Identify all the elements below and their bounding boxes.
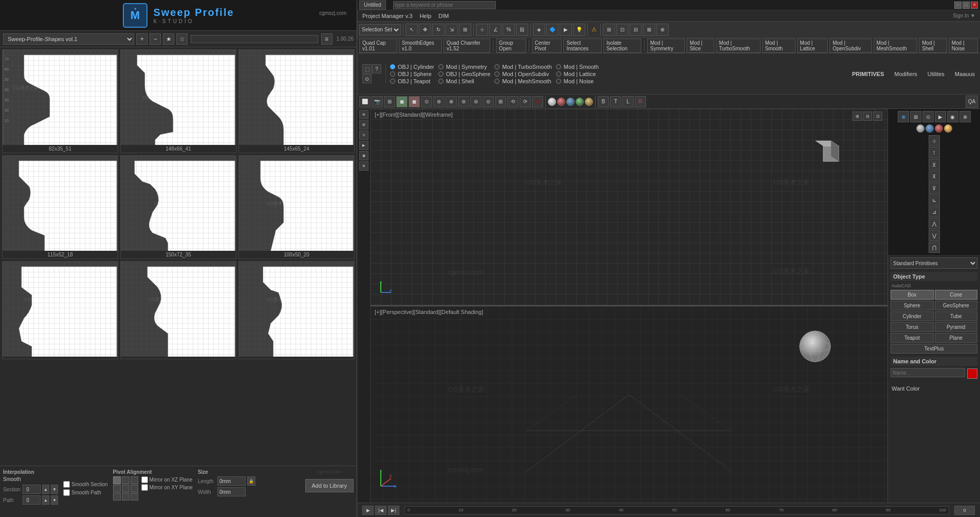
- pivot-cell-1[interactable]: [113, 476, 121, 484]
- section-up[interactable]: ▲: [42, 485, 49, 494]
- star2-btn[interactable]: ☆: [176, 33, 188, 45]
- pivot-cell-5[interactable]: [122, 485, 130, 492]
- icon-obj2[interactable]: ?: [372, 64, 381, 73]
- mod-geosphere[interactable]: OBJ | GeoSphere: [438, 71, 491, 77]
- restore-btn[interactable]: □: [963, 2, 970, 9]
- nav-btn-5[interactable]: ⊽: [929, 182, 940, 194]
- t-front[interactable]: ⬜: [359, 96, 371, 107]
- remove-btn-toolbar[interactable]: −: [150, 33, 161, 45]
- menu-help[interactable]: Help: [417, 12, 435, 20]
- t-t[interactable]: T: [610, 96, 621, 107]
- t-color2[interactable]: ◼: [409, 96, 420, 107]
- mod-slice[interactable]: Mod | TurboSmooth: [494, 64, 551, 70]
- pivot-cell-8[interactable]: [122, 493, 130, 501]
- t-redo[interactable]: ⟳: [520, 96, 531, 107]
- list-item[interactable]: CG美术之家 150x72_35: [120, 155, 236, 259]
- t-misc4[interactable]: ⊚: [458, 96, 469, 107]
- cmd-display[interactable]: ◉: [359, 151, 368, 160]
- t-r[interactable]: R: [635, 96, 646, 107]
- timeline-track[interactable]: 0 10 20 30 40 50 60 70 80 90 100: [404, 506, 949, 514]
- toolbar-misc4[interactable]: ⊠: [643, 24, 655, 36]
- mirror-xz-check[interactable]: [141, 476, 148, 483]
- mod3-lattice[interactable]: Mod | Lattice: [556, 71, 599, 77]
- t-misc3[interactable]: ⊗: [446, 96, 457, 107]
- toolbar-angle[interactable]: ∠: [489, 24, 502, 36]
- plugin-quad-chamfer[interactable]: Quad Chamfer v1.52: [443, 39, 490, 53]
- toolbar-render2[interactable]: ▶: [560, 24, 572, 36]
- plugin-isolate[interactable]: Isolate Selection: [603, 39, 642, 53]
- nav-btn-7[interactable]: ⊿: [929, 206, 940, 217]
- cmd-modify[interactable]: ⊞: [359, 120, 368, 130]
- path-down[interactable]: ▼: [51, 495, 58, 505]
- obj-teapot[interactable]: Teapot: [891, 333, 934, 343]
- pivot-cell-6[interactable]: [131, 485, 138, 492]
- toolbar-percent[interactable]: %: [503, 24, 515, 36]
- cmd-hierarchy[interactable]: ⊙: [359, 131, 368, 140]
- list-item[interactable]: CG美术之家: [238, 261, 355, 359]
- prim-teapot[interactable]: OBJ | Teapot: [390, 78, 434, 84]
- nav-btn-3[interactable]: ⊻: [929, 159, 940, 170]
- mod3-smooth[interactable]: Mod | Smooth: [556, 64, 599, 70]
- name-color-header[interactable]: Name and Color: [891, 357, 977, 366]
- plugin-shell[interactable]: Mod | Shell: [919, 39, 947, 53]
- list-item[interactable]: CG美术之家 148x66_41: [120, 49, 236, 153]
- section-input[interactable]: [23, 485, 41, 494]
- plugin-symmetry[interactable]: Mod | Symmetry: [647, 39, 685, 53]
- motion-tab[interactable]: ▶: [935, 111, 946, 122]
- list-item[interactable]: CG美术之家: [2, 261, 118, 359]
- toolbar-select[interactable]: ↖: [405, 24, 418, 36]
- sign-in[interactable]: Sign In ▼: [950, 13, 978, 19]
- prev-frame-btn[interactable]: |◀: [375, 506, 386, 515]
- plugin-smooth[interactable]: Mod | Smooth: [762, 39, 796, 53]
- list-item[interactable]: 70 60 50 40 30 20 10 CG美术之家 82x35_51: [2, 49, 118, 153]
- nav-btn-9[interactable]: ⋁: [929, 230, 940, 241]
- toolbar-misc5[interactable]: ⊕: [656, 24, 669, 36]
- icon-obj3[interactable]: ⊙: [362, 74, 372, 83]
- nav-btn-8[interactable]: ⋀: [929, 218, 940, 229]
- obj-tube[interactable]: Tube: [935, 311, 978, 321]
- util-tab[interactable]: ⊗: [959, 111, 971, 122]
- t-grid[interactable]: ⊞: [384, 96, 395, 107]
- color-swatch[interactable]: [967, 368, 977, 379]
- star-btn[interactable]: ★: [163, 33, 174, 45]
- toolbar-misc2[interactable]: ⊡: [616, 24, 628, 36]
- mirror-xy-check[interactable]: [141, 484, 148, 491]
- obj-sphere[interactable]: Sphere: [891, 301, 934, 310]
- path-up[interactable]: ▲: [42, 495, 49, 505]
- time-input[interactable]: 0: [954, 506, 975, 515]
- toolbar-scale[interactable]: ⇲: [446, 24, 458, 36]
- t-delete[interactable]: ✕: [532, 96, 543, 107]
- nav-btn-6[interactable]: ⊾: [929, 194, 940, 206]
- toolbar-move[interactable]: ✥: [419, 24, 431, 36]
- close-btn[interactable]: ✕: [971, 2, 978, 9]
- hier-tab[interactable]: ⊙: [922, 111, 934, 122]
- t-misc2[interactable]: ⊛: [433, 96, 445, 107]
- icon-obj[interactable]: ⬚: [362, 64, 372, 73]
- toolbar-material[interactable]: ◈: [533, 24, 545, 36]
- toolbar-render[interactable]: 🔷: [546, 24, 559, 36]
- mod3-noise2[interactable]: Mod | Noise: [556, 78, 599, 84]
- pivot-cell-2[interactable]: [122, 476, 130, 484]
- play-btn[interactable]: ▶: [362, 506, 374, 515]
- pivot-cell-3[interactable]: [131, 476, 138, 484]
- viewport-front[interactable]: [+][Front][Standard][Wireframe] ⊞ ⊟ ⊡ X …: [371, 109, 887, 306]
- obj-torus[interactable]: Torus: [891, 322, 934, 332]
- length-input[interactable]: [217, 476, 246, 486]
- selection-set-dropdown[interactable]: Selection Set: [359, 24, 401, 35]
- plugin-center-pivot[interactable]: Center Pivot: [532, 39, 562, 53]
- profile-dropdown[interactable]: Sweep-Profile-Shapes vol.1: [3, 33, 134, 45]
- min-btn[interactable]: −: [954, 2, 961, 9]
- mod-noise[interactable]: Mod | MeshSmooth: [494, 78, 551, 84]
- t-misc7[interactable]: ⊞: [495, 96, 506, 107]
- toolbar-misc3[interactable]: ⊟: [630, 24, 642, 36]
- vp-btn-2[interactable]: ⊟: [863, 112, 872, 121]
- pivot-cell-4[interactable]: [113, 485, 121, 492]
- add-btn-toolbar[interactable]: +: [136, 33, 147, 45]
- t-camera[interactable]: 📷: [372, 96, 383, 107]
- smooth-section-check[interactable]: [63, 481, 70, 488]
- pivot-cell-7[interactable]: [113, 493, 121, 501]
- next-frame-btn[interactable]: ▶|: [388, 506, 399, 515]
- plugin-opensubdiv[interactable]: Mod | OpenSubdiv: [829, 39, 872, 53]
- toolbar-misc1[interactable]: ⊞: [603, 24, 615, 36]
- width-input[interactable]: [217, 487, 246, 496]
